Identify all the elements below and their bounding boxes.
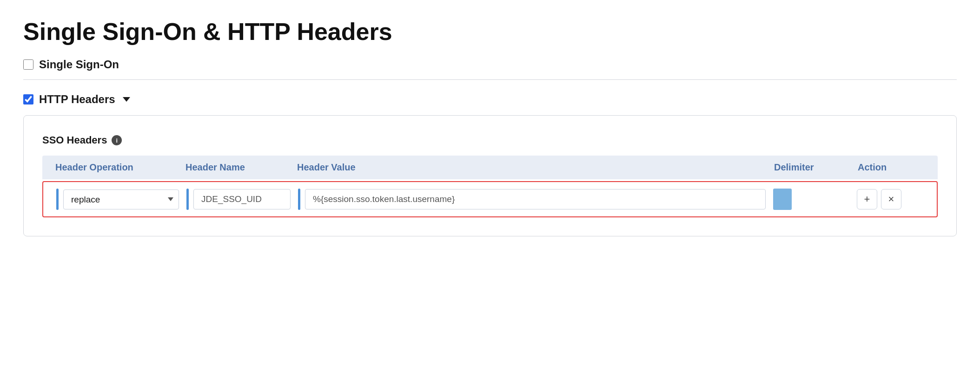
cell-delimiter: [769, 189, 853, 210]
header-name-input[interactable]: [193, 189, 291, 209]
col-header-name: Header Name: [182, 162, 293, 173]
table-header-row: Header Operation Header Name Header Valu…: [42, 156, 938, 179]
sso-section: Single Sign-On: [23, 58, 957, 71]
col-header-delimiter: Delimiter: [770, 162, 854, 173]
col-header-action: Action: [854, 162, 928, 173]
col-header-operation: Header Operation: [52, 162, 182, 173]
action-buttons: + ×: [857, 189, 901, 209]
header-value-input[interactable]: [305, 189, 766, 209]
section-divider: [23, 79, 957, 80]
http-headers-checkbox[interactable]: [23, 94, 33, 104]
http-headers-label: HTTP Headers: [39, 93, 115, 106]
operation-select[interactable]: replace add remove set: [63, 189, 179, 209]
remove-row-button[interactable]: ×: [881, 189, 901, 209]
col-header-value: Header Value: [293, 162, 770, 173]
operation-select-wrapper: replace add remove set: [63, 189, 179, 209]
http-headers-section: HTTP Headers: [23, 93, 957, 106]
sso-headers-title-row: SSO Headers i: [42, 134, 938, 146]
info-icon[interactable]: i: [112, 135, 122, 145]
cell-divider-name: [186, 189, 189, 210]
table-row: replace add remove set: [42, 181, 938, 217]
sso-headers-table: Header Operation Header Name Header Valu…: [42, 156, 938, 217]
cell-action: + ×: [853, 189, 927, 209]
cell-divider-value: [298, 189, 300, 210]
http-headers-chevron-icon[interactable]: [123, 97, 130, 102]
cell-header-name: [183, 189, 294, 210]
add-row-button[interactable]: +: [857, 189, 877, 209]
cell-divider-operation: [56, 189, 59, 210]
page-title: Single Sign-On & HTTP Headers: [23, 19, 957, 45]
http-headers-panel: SSO Headers i Header Operation Header Na…: [23, 115, 957, 236]
sso-section-label: Single Sign-On: [39, 58, 119, 71]
cell-operation: replace add remove set: [53, 189, 183, 210]
sso-headers-title: SSO Headers: [42, 134, 107, 146]
sso-checkbox[interactable]: [23, 59, 33, 70]
delimiter-bar[interactable]: [773, 189, 792, 210]
cell-header-value: [294, 189, 769, 210]
